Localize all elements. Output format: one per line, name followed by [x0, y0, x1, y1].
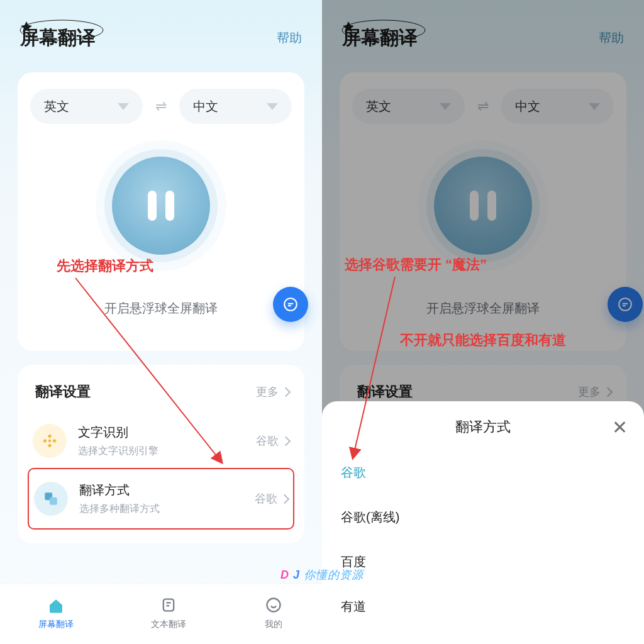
- row-value: 谷歌: [256, 433, 289, 448]
- row-translate-method[interactable]: 翻译方式 选择多种翻译方式 谷歌: [31, 472, 291, 526]
- svg-rect-4: [288, 305, 291, 306]
- row-subtitle: 选择文字识别引擎: [78, 445, 245, 458]
- chevron-down-icon: [440, 103, 451, 110]
- floating-toggle-button[interactable]: [434, 157, 532, 255]
- page-title: 屏幕翻译: [342, 25, 418, 51]
- chevron-right-icon: [281, 492, 288, 506]
- option-google-offline[interactable]: 谷歌(离线): [322, 495, 644, 540]
- translate-method-sheet: 翻译方式 ✕ 谷歌 谷歌(离线) 百度 有道: [322, 401, 644, 644]
- right-screenshot: 屏幕翻译 帮助 英文 ⇌ 中文 开启悬浮球全屏翻译 翻译设置 更多: [322, 0, 644, 644]
- settings-heading: 翻译设置: [35, 382, 91, 401]
- row-value: 谷歌: [255, 491, 288, 506]
- left-screenshot: 屏幕翻译 帮助 英文 ⇌ 中文 开启悬浮球全屏翻译 翻译设置 更多: [0, 0, 322, 644]
- pause-icon: [470, 191, 496, 221]
- target-lang-select[interactable]: 中文: [179, 89, 292, 124]
- annotation-highlight: 翻译方式 选择多种翻译方式 谷歌: [28, 468, 294, 530]
- source-lang-select[interactable]: 英文: [352, 89, 465, 124]
- chat-icon: [282, 296, 299, 313]
- translate-card: 英文 ⇌ 中文 开启悬浮球全屏翻译: [18, 72, 304, 351]
- nav-screen-translate[interactable]: 屏幕翻译: [38, 595, 74, 630]
- help-link[interactable]: 帮助: [277, 30, 302, 47]
- settings-card: 翻译设置 更多 文字识别 选择文字识别引擎 谷歌 翻译方: [18, 365, 304, 543]
- settings-heading: 翻译设置: [357, 382, 413, 401]
- swap-icon[interactable]: ⇌: [152, 98, 170, 114]
- row-title: 文字识别: [78, 424, 245, 441]
- chat-fab[interactable]: [608, 287, 643, 322]
- target-lang-select[interactable]: 中文: [501, 89, 614, 124]
- swap-icon[interactable]: ⇌: [474, 98, 492, 114]
- option-youdao[interactable]: 有道: [322, 584, 644, 629]
- option-baidu[interactable]: 百度: [322, 540, 644, 584]
- nav-text-translate[interactable]: 文本翻译: [151, 595, 186, 630]
- row-subtitle: 选择多种翻译方式: [79, 502, 243, 516]
- ocr-icon: [33, 424, 67, 458]
- document-icon: [158, 595, 179, 615]
- row-text-recognition[interactable]: 文字识别 选择文字识别引擎 谷歌: [30, 414, 292, 468]
- settings-more[interactable]: 更多: [578, 384, 611, 399]
- svg-rect-3: [288, 303, 294, 304]
- settings-more[interactable]: 更多: [256, 384, 289, 399]
- smile-icon: [264, 595, 284, 615]
- svg-rect-16: [623, 303, 628, 304]
- option-google[interactable]: 谷歌: [322, 450, 644, 495]
- translate-icon: [34, 482, 68, 516]
- svg-rect-7: [50, 497, 57, 505]
- chevron-down-icon: [589, 103, 600, 110]
- chevron-right-icon: [282, 386, 289, 399]
- svg-point-11: [267, 598, 280, 611]
- translate-card: 英文 ⇌ 中文 开启悬浮球全屏翻译: [340, 72, 626, 351]
- floating-toggle-button[interactable]: [112, 157, 210, 255]
- help-link[interactable]: 帮助: [599, 30, 624, 47]
- nav-mine[interactable]: 我的: [264, 595, 284, 630]
- chevron-right-icon: [282, 435, 289, 448]
- home-icon: [46, 595, 66, 615]
- sheet-title: 翻译方式: [455, 418, 511, 436]
- pause-icon: [148, 191, 174, 221]
- hint-text: 开启悬浮球全屏翻译: [352, 300, 614, 317]
- chat-icon: [617, 296, 633, 313]
- chevron-down-icon: [267, 103, 278, 110]
- chevron-down-icon: [118, 103, 129, 110]
- page-title: 屏幕翻译: [20, 25, 96, 51]
- source-lang-select[interactable]: 英文: [30, 89, 143, 124]
- chevron-right-icon: [604, 386, 611, 399]
- bottom-nav: 屏幕翻译 文本翻译 我的: [0, 584, 322, 644]
- close-icon[interactable]: ✕: [612, 416, 628, 438]
- hint-text: 开启悬浮球全屏翻译: [30, 300, 292, 317]
- chat-fab[interactable]: [273, 287, 308, 322]
- svg-rect-17: [623, 305, 626, 306]
- row-title: 翻译方式: [79, 482, 243, 499]
- svg-point-5: [48, 440, 51, 442]
